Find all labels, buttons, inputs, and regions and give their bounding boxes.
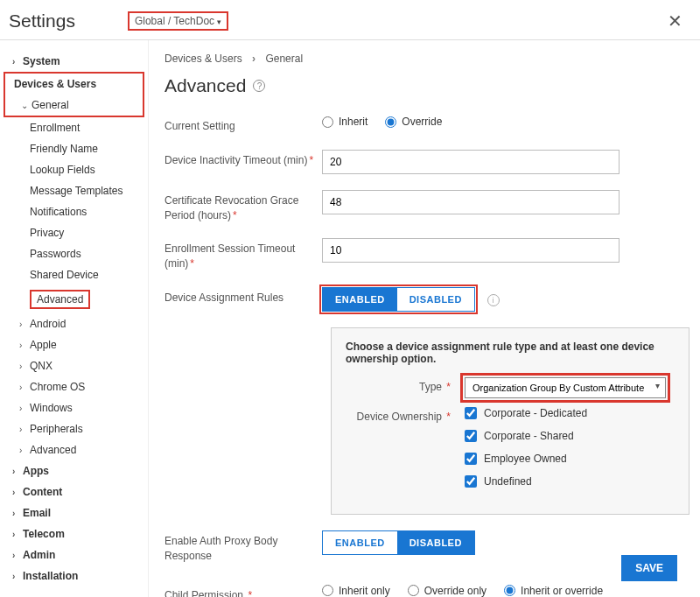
chevron-right-icon: › <box>12 467 21 476</box>
radio-inherit-or-override[interactable]: Inherit or override <box>504 585 603 597</box>
label-auth-proxy: Enable Auth Proxy Body Response <box>164 530 322 564</box>
chevron-right-icon: › <box>252 53 256 65</box>
checkbox-corporate-shared[interactable]: Corporate - Shared <box>465 430 675 442</box>
ownership-list: Corporate - Dedicated Corporate - Shared… <box>451 407 675 498</box>
radio-override-only[interactable]: Override only <box>408 585 486 597</box>
child-permission-group: Inherit only Override only Inherit or ov… <box>322 585 690 597</box>
sidebar-item-friendly-name[interactable]: Friendly Name <box>4 138 144 159</box>
chevron-right-icon: › <box>19 446 28 455</box>
sidebar-item-message-templates[interactable]: Message Templates <box>4 180 144 201</box>
breadcrumb-current: General <box>265 53 303 65</box>
org-group-selector[interactable]: Global / TechDoc ▾ <box>128 11 229 31</box>
checkbox-undefined[interactable]: Undefined <box>465 475 675 488</box>
label-type: Type * <box>346 377 451 393</box>
sidebar-item-general[interactable]: ⌄General <box>5 95 143 116</box>
sidebar: ›System Devices & Users ⌄General Enrollm… <box>0 40 149 597</box>
sidebar-item-peripherals[interactable]: ›Peripherals <box>4 418 144 439</box>
save-button[interactable]: SAVE <box>621 555 677 581</box>
panel-title: Choose a device assignment rule type and… <box>346 341 675 365</box>
chevron-right-icon: › <box>19 383 28 392</box>
device-rules-toggle: ENABLED DISABLED <box>322 287 475 312</box>
chevron-right-icon: › <box>12 530 21 539</box>
sidebar-item-email[interactable]: ›Email <box>4 502 144 523</box>
breadcrumb-parent[interactable]: Devices & Users <box>164 53 242 65</box>
sidebar-item-admin[interactable]: ›Admin <box>4 544 144 565</box>
chevron-right-icon: › <box>19 320 28 329</box>
sidebar-item-privacy[interactable]: Privacy <box>4 222 144 243</box>
chevron-right-icon: › <box>19 341 28 350</box>
chevron-down-icon: ▾ <box>217 18 221 26</box>
checkbox-corporate-dedicated[interactable]: Corporate - Dedicated <box>465 407 675 419</box>
chevron-right-icon: › <box>12 572 21 581</box>
radio-override[interactable]: Override <box>385 116 442 128</box>
main-content: Devices & Users › General Advanced ? Cur… <box>149 40 700 597</box>
sidebar-item-windows[interactable]: ›Windows <box>4 397 144 418</box>
sidebar-item-apple[interactable]: ›Apple <box>4 334 144 355</box>
sidebar-item-apps[interactable]: ›Apps <box>4 460 144 481</box>
device-rules-disabled-button[interactable]: DISABLED <box>397 288 474 311</box>
auth-proxy-disabled-button[interactable]: DISABLED <box>397 531 474 554</box>
auth-proxy-enabled-button[interactable]: ENABLED <box>323 531 397 554</box>
org-group-label: Global / TechDoc <box>135 15 214 27</box>
page-title: Advanced ? <box>164 75 690 96</box>
sidebar-item-lookup-fields[interactable]: Lookup Fields <box>4 159 144 180</box>
radio-inherit[interactable]: Inherit <box>322 116 368 128</box>
chevron-right-icon: › <box>19 425 28 434</box>
chevron-right-icon: › <box>19 404 28 413</box>
type-select-wrap: Organization Group By Custom Attribute <box>465 377 666 398</box>
checkbox-employee-owned[interactable]: Employee Owned <box>465 453 675 465</box>
breadcrumb: Devices & Users › General <box>164 53 690 65</box>
chevron-right-icon: › <box>12 488 21 497</box>
sidebar-item-passwords[interactable]: Passwords <box>4 243 144 264</box>
current-setting-group: Inherit Override <box>322 116 690 128</box>
help-icon[interactable]: ? <box>253 80 265 92</box>
label-device-inactivity: Device Inactivity Timeout (min)* <box>164 150 322 168</box>
sidebar-item-shared-device[interactable]: Shared Device <box>4 264 144 285</box>
info-icon[interactable]: i <box>487 294 500 306</box>
device-rules-enabled-button[interactable]: ENABLED <box>323 288 397 311</box>
label-cert-revocation: Certificate Revocation Grace Period (hou… <box>164 190 322 223</box>
sidebar-item-telecom[interactable]: ›Telecom <box>4 523 144 544</box>
assignment-panel: Choose a device assignment rule type and… <box>331 327 690 515</box>
label-ownership: Device Ownership * <box>346 407 451 423</box>
sidebar-item-advanced-du[interactable]: ›Advanced <box>4 439 144 460</box>
sidebar-item-android[interactable]: ›Android <box>4 313 144 334</box>
chevron-right-icon: › <box>12 551 21 560</box>
chevron-right-icon: › <box>12 509 21 518</box>
chevron-right-icon: › <box>12 57 21 67</box>
radio-inherit-only[interactable]: Inherit only <box>322 585 390 597</box>
sidebar-highlight-box: Devices & Users ⌄General <box>4 72 144 117</box>
device-inactivity-input[interactable] <box>322 150 620 174</box>
label-current-setting: Current Setting <box>164 116 322 134</box>
chevron-down-icon: ⌄ <box>21 101 30 110</box>
sidebar-item-content[interactable]: ›Content <box>4 481 144 502</box>
sidebar-item-system[interactable]: ›System <box>4 51 144 72</box>
enrollment-timeout-input[interactable] <box>322 238 620 263</box>
close-icon[interactable]: ✕ <box>668 11 682 32</box>
label-child-permission: Child Permission * <box>164 585 322 597</box>
cert-revocation-input[interactable] <box>322 190 620 214</box>
label-device-rules: Device Assignment Rules <box>164 287 322 306</box>
sidebar-item-enrollment[interactable]: Enrollment <box>4 117 144 138</box>
sidebar-item-notifications[interactable]: Notifications <box>4 201 144 222</box>
sidebar-item-installation[interactable]: ›Installation <box>4 565 144 586</box>
sidebar-item-advanced[interactable]: Advanced <box>4 285 144 313</box>
page-header: Settings <box>9 11 75 32</box>
sidebar-item-devices-users[interactable]: Devices & Users <box>5 74 143 95</box>
label-enrollment-timeout: Enrollment Session Timeout (min)* <box>164 238 322 271</box>
sidebar-item-qnx[interactable]: ›QNX <box>4 355 144 376</box>
type-select[interactable]: Organization Group By Custom Attribute <box>465 377 666 398</box>
auth-proxy-toggle: ENABLED DISABLED <box>322 530 475 555</box>
sidebar-item-chromeos[interactable]: ›Chrome OS <box>4 376 144 397</box>
chevron-right-icon: › <box>19 362 28 371</box>
